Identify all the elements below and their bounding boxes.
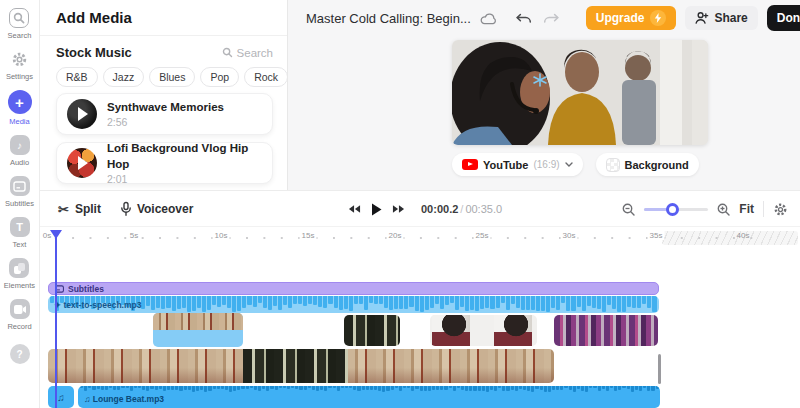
- ruler-label: 25s: [474, 231, 491, 240]
- playhead-line[interactable]: [55, 237, 57, 408]
- sidebar-item-media[interactable]: + Media: [8, 90, 32, 126]
- divider: [763, 201, 764, 217]
- current-time: 00:00.2: [421, 203, 458, 215]
- camera-icon: [10, 299, 30, 319]
- timeline-zoom-slider[interactable]: [644, 203, 708, 216]
- person-plus-icon: [695, 12, 708, 24]
- ruler-label: 20s: [387, 231, 404, 240]
- undo-button[interactable]: [515, 12, 533, 25]
- track-title: Lofi Background Vlog Hip Hop: [107, 141, 262, 172]
- section-title: Stock Music: [56, 45, 132, 60]
- timeline-toolbar: ✂ Split Voiceover 00:00.2 / 00:35.0: [40, 191, 800, 227]
- microphone-icon: [121, 202, 131, 216]
- music-list-item[interactable]: Synthwave Memories 2:56: [56, 93, 273, 135]
- ruler-label: 10s: [213, 231, 230, 240]
- subtitles-track-label: Subtitles: [68, 284, 104, 294]
- music-note-icon: ♫: [57, 392, 65, 403]
- sidebar-item-record[interactable]: Record: [7, 299, 31, 331]
- audio-waveform: [78, 386, 660, 408]
- ruler-label: 35s: [648, 231, 665, 240]
- sidebar-item-label: Elements: [4, 281, 35, 290]
- scissors-icon: ✂: [58, 202, 69, 217]
- genre-chips: R&B Jazz Blues Pop Rock •••: [40, 65, 287, 93]
- subtitles-track-clip[interactable]: Subtitles: [48, 282, 659, 295]
- video-editor-app: Search Settings + Media ♪ Audio Subtitle…: [0, 0, 800, 408]
- overlay-video-clip[interactable]: [153, 313, 243, 347]
- total-duration: 00:35.0: [465, 203, 502, 215]
- track-thumbnail[interactable]: [67, 148, 97, 178]
- background-button[interactable]: Background: [596, 153, 699, 176]
- sidebar-item-label: Record: [7, 322, 31, 331]
- overlay-video-clip[interactable]: [430, 315, 537, 346]
- genre-chip-blues[interactable]: Blues: [149, 67, 195, 87]
- youtube-icon: [462, 159, 478, 170]
- genre-chip-pop[interactable]: Pop: [200, 67, 239, 87]
- play-icon: [78, 156, 88, 170]
- stock-music-search[interactable]: Search: [222, 47, 273, 59]
- ruler-label: 5s: [128, 231, 140, 240]
- question-icon: ?: [10, 344, 30, 364]
- genre-chip-rock[interactable]: Rock: [244, 67, 288, 87]
- sidebar-item-audio[interactable]: ♪ Audio: [10, 135, 30, 167]
- redo-button[interactable]: [542, 12, 560, 25]
- video-preview-canvas[interactable]: [452, 40, 708, 145]
- canvas-options: YouTube (16:9) Background: [452, 153, 699, 176]
- help-button[interactable]: ?: [10, 344, 30, 364]
- share-label: Share: [714, 11, 747, 25]
- sidebar-item-label: Search: [8, 31, 32, 40]
- upgrade-button[interactable]: Upgrade: [586, 6, 677, 30]
- subtitles-icon: [10, 176, 30, 196]
- music-audio-clip[interactable]: ♫ Lounge Beat.mp3: [78, 386, 660, 408]
- tts-audio-clip[interactable]: ✦ text-to-speech.mp3: [48, 296, 659, 313]
- sidebar-item-label: Audio: [10, 158, 29, 167]
- sidebar-item-subtitles[interactable]: Subtitles: [5, 176, 34, 208]
- split-button[interactable]: ✂ Split: [58, 202, 101, 217]
- time-separator: /: [460, 203, 463, 215]
- sidebar-item-settings[interactable]: Settings: [6, 49, 33, 81]
- overlay-video-clip[interactable]: [344, 315, 400, 346]
- page-title: Add Media: [56, 9, 132, 26]
- clip-thumbnails: [243, 349, 348, 383]
- genre-chip-rnb[interactable]: R&B: [56, 67, 98, 87]
- shapes-icon: [9, 258, 29, 278]
- fast-forward-icon[interactable]: [392, 204, 405, 214]
- music-audio-clip[interactable]: ♫: [48, 386, 74, 408]
- zoom-in-icon[interactable]: [717, 203, 730, 216]
- sidebar-item-elements[interactable]: Elements: [4, 258, 35, 290]
- timeline-settings-gear-icon[interactable]: [773, 202, 788, 217]
- upgrade-label: Upgrade: [596, 11, 645, 25]
- sidebar-item-text[interactable]: T Text: [10, 217, 30, 249]
- search-icon: [9, 8, 29, 28]
- project-title[interactable]: Master Cold Calling: Begin...: [306, 11, 471, 26]
- music-list-item[interactable]: Lofi Background Vlog Hip Hop 2:01: [56, 142, 273, 184]
- timeline-ruler[interactable]: 0s 5s 10s 15s 20s 25s 30s 35s 40s: [40, 229, 800, 247]
- track-duration: 2:01: [107, 173, 262, 185]
- sidebar-item-label: Subtitles: [5, 199, 34, 208]
- zoom-out-icon[interactable]: [622, 203, 635, 216]
- panel-header: Add Media: [40, 0, 287, 36]
- genre-chip-jazz[interactable]: Jazz: [103, 67, 145, 87]
- add-media-panel: Add Media Stock Music Search R&B Jazz Bl…: [40, 0, 288, 190]
- overlay-video-clip[interactable]: [554, 315, 658, 346]
- sidebar-item-search[interactable]: Search: [8, 8, 32, 40]
- share-button[interactable]: Share: [685, 6, 757, 30]
- track-scroll-handle[interactable]: [658, 354, 661, 384]
- voiceover-button[interactable]: Voiceover: [121, 202, 193, 216]
- gear-icon: [9, 49, 29, 69]
- done-button[interactable]: Done: [767, 5, 800, 31]
- fit-button[interactable]: Fit: [739, 202, 754, 216]
- track-thumbnail[interactable]: [67, 99, 97, 129]
- canvas-size-dropdown[interactable]: YouTube (16:9): [452, 153, 583, 176]
- sidebar-item-label: Media: [9, 117, 29, 126]
- clip-thumbnail: [432, 315, 470, 346]
- clip-thumbnails: [348, 349, 554, 383]
- play-icon[interactable]: [371, 203, 382, 216]
- music-clip-label: ♫ Lounge Beat.mp3: [84, 394, 164, 404]
- clip-thumbnails: [153, 313, 243, 330]
- rewind-icon[interactable]: [348, 204, 361, 214]
- ruler-label: 40s: [735, 231, 752, 240]
- sidebar-item-label: Settings: [6, 72, 33, 81]
- main-video-clip[interactable]: [48, 349, 554, 383]
- slider-handle[interactable]: [666, 203, 679, 216]
- done-label: Done: [777, 11, 800, 25]
